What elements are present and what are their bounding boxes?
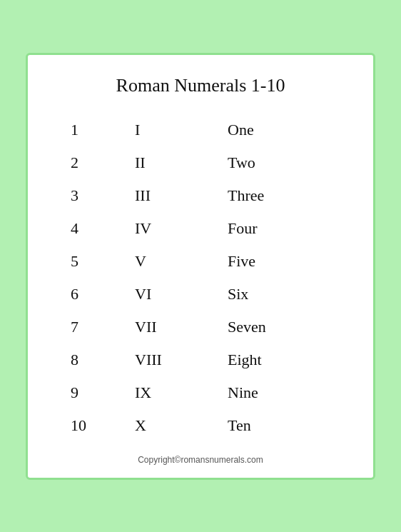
numeral-word: One bbox=[213, 114, 345, 146]
numeral-word: Five bbox=[213, 245, 345, 278]
numeral-number: 5 bbox=[56, 245, 113, 278]
numeral-roman: IV bbox=[113, 212, 213, 245]
numeral-number: 6 bbox=[56, 278, 113, 311]
numeral-roman: III bbox=[113, 179, 213, 212]
numeral-number: 3 bbox=[56, 179, 113, 212]
table-row: 10XTen bbox=[56, 409, 345, 442]
numeral-word: Two bbox=[213, 146, 345, 179]
numeral-word: Seven bbox=[213, 311, 345, 343]
numeral-roman: VII bbox=[113, 311, 213, 343]
numeral-roman: I bbox=[113, 114, 213, 146]
numeral-number: 9 bbox=[56, 376, 113, 409]
table-row: 9IXNine bbox=[56, 376, 345, 409]
footer-text: Copyright©romansnumerals.com bbox=[56, 455, 345, 465]
numeral-word: Ten bbox=[213, 409, 345, 442]
table-row: 4IVFour bbox=[56, 212, 345, 245]
numeral-number: 8 bbox=[56, 343, 113, 376]
table-row: 1IOne bbox=[56, 114, 345, 146]
table-row: 5VFive bbox=[56, 245, 345, 278]
table-row: 8VIIIEight bbox=[56, 343, 345, 376]
numeral-roman: IX bbox=[113, 376, 213, 409]
table-row: 6VISix bbox=[56, 278, 345, 311]
numeral-word: Four bbox=[213, 212, 345, 245]
main-card: Roman Numerals 1-10 1IOne2IITwo3IIIThree… bbox=[26, 53, 375, 480]
numeral-number: 1 bbox=[56, 114, 113, 146]
numeral-number: 10 bbox=[56, 409, 113, 442]
numeral-roman: X bbox=[113, 409, 213, 442]
numeral-number: 2 bbox=[56, 146, 113, 179]
numeral-word: Three bbox=[213, 179, 345, 212]
table-row: 2IITwo bbox=[56, 146, 345, 179]
numeral-roman: VI bbox=[113, 278, 213, 311]
page-title: Roman Numerals 1-10 bbox=[56, 75, 345, 96]
table-row: 3IIIThree bbox=[56, 179, 345, 212]
numeral-word: Nine bbox=[213, 376, 345, 409]
numeral-number: 4 bbox=[56, 212, 113, 245]
numeral-roman: V bbox=[113, 245, 213, 278]
numeral-word: Eight bbox=[213, 343, 345, 376]
numeral-roman: VIII bbox=[113, 343, 213, 376]
numeral-word: Six bbox=[213, 278, 345, 311]
table-row: 7VIISeven bbox=[56, 311, 345, 343]
numeral-roman: II bbox=[113, 146, 213, 179]
numerals-table: 1IOne2IITwo3IIIThree4IVFour5VFive6VISix7… bbox=[56, 114, 345, 442]
numeral-number: 7 bbox=[56, 311, 113, 343]
